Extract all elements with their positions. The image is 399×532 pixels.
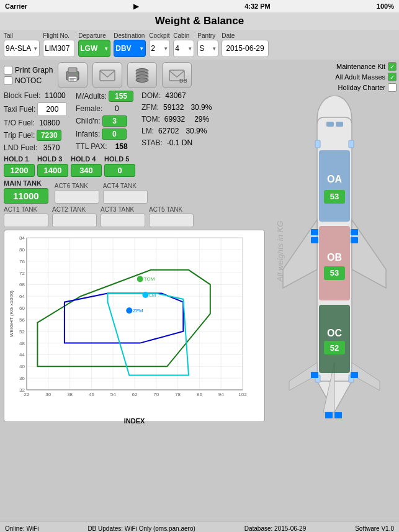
ttl-pax-row: TTL PAX: 158 xyxy=(76,142,138,151)
date-field: Date 2015-06-29 xyxy=(222,32,268,57)
print-button[interactable] xyxy=(58,62,87,88)
svg-rect-1 xyxy=(68,68,77,73)
maintenance-kit-checkbox[interactable]: ✓ xyxy=(388,62,397,71)
flight-label: Flight No. xyxy=(43,32,69,39)
right-checkboxes: Maintenance Kit ✓ All Adult Masses ✓ Hol… xyxy=(271,62,397,92)
svg-rect-110 xyxy=(351,372,358,378)
taxi-fuel-row: Taxi Fuel: xyxy=(4,102,72,116)
svg-text:38: 38 xyxy=(67,392,73,397)
all-adult-masses-checkbox[interactable]: ✓ xyxy=(388,73,397,81)
pantry-select[interactable]: S ▼ xyxy=(197,40,218,57)
title-bar: Weight & Balance xyxy=(0,12,399,30)
hold5-value: 0 xyxy=(104,164,135,177)
svg-text:ZFM: ZFM xyxy=(133,308,143,313)
lnd-fuel-row: LND Fuel: 3570 xyxy=(4,143,72,153)
act4-tank-value[interactable] xyxy=(103,190,148,204)
act1-tank-value[interactable] xyxy=(4,214,48,227)
cockpit-field: Cockpit 2 ▼ xyxy=(149,32,170,57)
db-updates-status: DB Updates: WiFi Only (oms.pan.aero) xyxy=(87,525,195,532)
svg-text:76: 76 xyxy=(19,259,25,264)
svg-text:84: 84 xyxy=(19,235,25,241)
holiday-charter-checkbox[interactable] xyxy=(388,83,397,92)
act6-tank-value[interactable] xyxy=(55,190,99,204)
departure-field: Departure LGW ▼ xyxy=(78,32,110,57)
svg-text:WEIGHT (KG x1000): WEIGHT (KG x1000) xyxy=(9,291,14,337)
svg-text:OC: OC xyxy=(327,328,342,338)
svg-text:All weights in KG: All weights in KG xyxy=(277,221,285,282)
hold4-field: HOLD 4 340 xyxy=(71,155,102,177)
act3-tank: ACT3 TANK xyxy=(101,206,145,227)
destination-select[interactable]: DBV ▼ xyxy=(114,40,146,57)
act2-tank-value[interactable] xyxy=(52,214,97,227)
page-title: Weight & Balance xyxy=(155,15,244,27)
cabin-select[interactable]: 4 ▼ xyxy=(173,40,194,57)
act6-tank: ACT6 TANK xyxy=(55,183,99,204)
svg-rect-88 xyxy=(349,140,354,148)
flight-select[interactable]: LIM307 xyxy=(43,40,75,57)
mass-column: M/Adults: 155 Female: 0 Child'n: 3 Infan… xyxy=(76,91,138,153)
svg-rect-91 xyxy=(319,150,350,222)
notoc-checkbox[interactable] xyxy=(4,76,12,85)
holiday-charter-item[interactable]: Holiday Charter xyxy=(338,83,397,92)
notoc-item[interactable]: NOTOC xyxy=(4,76,53,85)
act3-tank-value[interactable] xyxy=(101,214,145,227)
cabin-label: Cabin xyxy=(173,32,189,39)
svg-rect-89 xyxy=(326,122,334,127)
email2-button[interactable]: DB xyxy=(162,62,192,88)
act-top-tanks: ACT6 TANK ACT4 TANK xyxy=(55,183,148,204)
svg-text:48: 48 xyxy=(19,341,25,346)
zfm-row: ZFM: 59132 30.9% xyxy=(141,102,216,112)
to-fuel-row: T/O Fuel: 10800 xyxy=(4,118,72,128)
svg-text:80: 80 xyxy=(19,247,25,253)
svg-rect-105 xyxy=(311,229,318,235)
data-section: Block Fuel: 11000 Taxi Fuel: T/O Fuel: 1… xyxy=(4,91,265,153)
all-adult-masses-label: All Adult Masses xyxy=(335,73,385,81)
svg-point-77 xyxy=(126,307,132,313)
software-version: Software V1.0 xyxy=(355,525,394,532)
chart-x-label: INDEX xyxy=(7,417,262,425)
svg-text:54: 54 xyxy=(110,392,116,397)
database-button[interactable] xyxy=(127,62,157,88)
chart-container: 3236404448525660646872768084223038465462… xyxy=(4,230,265,422)
fuel-column: Block Fuel: 11000 Taxi Fuel: T/O Fuel: 1… xyxy=(4,91,72,153)
act4-tank: ACT4 TANK xyxy=(103,183,148,204)
svg-text:60: 60 xyxy=(19,305,25,311)
svg-rect-6 xyxy=(100,70,115,81)
tail-select[interactable]: 9A-SLA ▼ xyxy=(4,40,40,57)
act5-tank-value[interactable] xyxy=(149,214,194,227)
destination-field: Destination DBV ▼ xyxy=(114,32,146,57)
svg-rect-95 xyxy=(319,226,350,300)
svg-point-13 xyxy=(136,78,148,83)
cockpit-select[interactable]: 2 ▼ xyxy=(149,40,170,57)
svg-text:72: 72 xyxy=(19,271,25,276)
all-adult-masses-item[interactable]: All Adult Masses ✓ xyxy=(335,73,397,81)
departure-label: Departure xyxy=(78,32,105,39)
header-row: Tail 9A-SLA ▼ Flight No. LIM307 Departur… xyxy=(0,30,399,60)
svg-text:OB: OB xyxy=(327,252,342,263)
departure-select[interactable]: LGW ▼ xyxy=(78,40,110,57)
act-bottom-tanks: ACT1 TANK ACT2 TANK ACT3 TANK ACT5 TANK xyxy=(4,206,265,227)
taxi-fuel-input[interactable] xyxy=(37,102,67,116)
print-graph-item[interactable]: Print Graph xyxy=(4,66,53,74)
svg-text:64: 64 xyxy=(19,294,25,299)
print-graph-label: Print Graph xyxy=(15,66,53,74)
email-button[interactable] xyxy=(92,62,122,88)
hold4-label: HOLD 4 xyxy=(71,155,102,163)
tail-field: Tail 9A-SLA ▼ xyxy=(4,32,40,57)
svg-text:OA: OA xyxy=(327,174,342,184)
pantry-label: Pantry xyxy=(197,32,215,39)
right-panel: Maintenance Kit ✓ All Adult Masses ✓ Hol… xyxy=(269,60,399,521)
print-graph-checkbox[interactable] xyxy=(4,66,12,74)
date-value[interactable]: 2015-06-29 xyxy=(222,40,268,57)
svg-text:53: 53 xyxy=(330,268,338,277)
svg-text:86: 86 xyxy=(197,392,202,397)
svg-text:44: 44 xyxy=(19,352,25,358)
children-row: Child'n: 3 xyxy=(76,115,138,127)
svg-text:30: 30 xyxy=(45,392,51,397)
maintenance-kit-item[interactable]: Maintenance Kit ✓ xyxy=(336,62,397,71)
m-adults-row: M/Adults: 155 xyxy=(76,91,138,102)
dom-column: DOM: 43067 ZFM: 59132 30.9% TOM: 69932 2… xyxy=(141,91,216,153)
battery-display: 100% xyxy=(377,2,394,10)
tail-chevron: ▼ xyxy=(33,46,38,52)
svg-rect-87 xyxy=(315,140,320,148)
